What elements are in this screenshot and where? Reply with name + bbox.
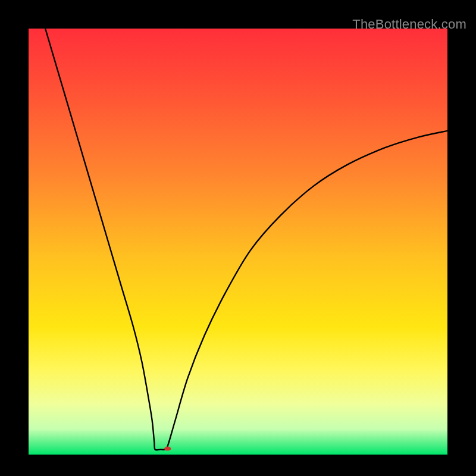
optimal-point-marker: [164, 446, 171, 450]
chart-area: [29, 29, 447, 455]
bottleneck-chart: [29, 29, 447, 455]
gradient-background: [29, 29, 447, 455]
watermark-text: TheBottleneck.com: [352, 17, 466, 32]
